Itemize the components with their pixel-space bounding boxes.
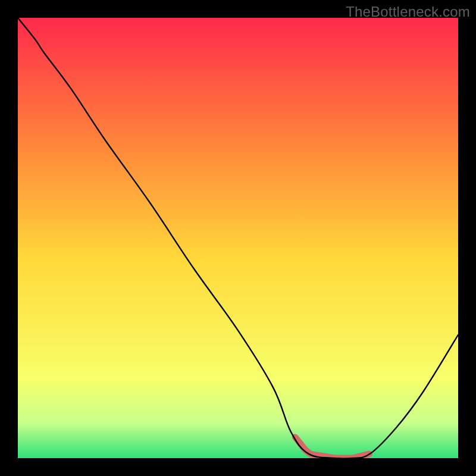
chart-stage: TheBottleneck.com	[0, 0, 476, 476]
gradient-bg	[18, 18, 458, 458]
plot-area	[18, 18, 458, 458]
chart-svg	[18, 18, 458, 458]
